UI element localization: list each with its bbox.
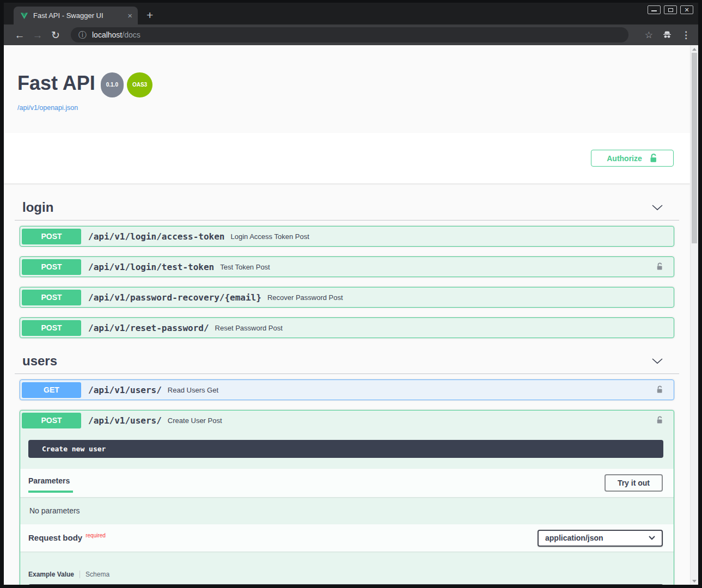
scrollbar-thumb[interactable] [692, 53, 697, 243]
address-bar[interactable]: ⓘ localhost/docs [71, 27, 628, 42]
op-summary-row[interactable]: POST /api/v1/password-recovery/{email} R… [20, 287, 674, 307]
op-summary-text: Reset Password Post [215, 324, 283, 332]
example-tabs: Example Value Schema [28, 571, 663, 578]
opblock-reset-password: POST /api/v1/reset-password/ Reset Passw… [20, 317, 674, 338]
op-path: /api/v1/users/ [88, 415, 162, 426]
authorize-button[interactable]: Authorize [591, 150, 674, 167]
opblock-password-recovery: POST /api/v1/password-recovery/{email} R… [20, 287, 674, 308]
parameters-tab: Parameters [28, 473, 73, 493]
op-description-wrapper: Create new user [20, 430, 674, 469]
swagger-ui: Fast API0.1.0OAS3 /api/v1/openapi.json A… [4, 45, 690, 585]
incognito-icon [662, 29, 673, 41]
unlock-icon [649, 153, 658, 164]
site-info-icon[interactable]: ⓘ [78, 30, 87, 40]
op-path: /api/v1/login/test-token [88, 262, 214, 272]
page-viewport: Fast API0.1.0OAS3 /api/v1/openapi.json A… [4, 45, 698, 585]
chevron-down-icon [652, 358, 663, 364]
tab-bar: Fast API - Swagger UI × + ✕ [4, 3, 698, 24]
scrollbar-up-arrow[interactable] [691, 45, 698, 53]
content-type-select[interactable]: application/json [538, 530, 663, 547]
auth-lock-button[interactable] [656, 415, 663, 425]
section-login: login POST /api/v1/login/access-token Lo… [15, 200, 679, 338]
op-body: Create new user Parameters Try it out No… [20, 430, 674, 585]
op-path: /api/v1/login/access-token [88, 231, 224, 242]
menu-icon[interactable]: ⋮ [681, 30, 691, 40]
close-icon: ✕ [684, 7, 689, 13]
method-badge: POST [22, 413, 81, 428]
browser-window: Fast API - Swagger UI × + ✕ ← → ↻ ⓘ loca… [0, 0, 702, 588]
maximize-icon [668, 8, 673, 12]
api-info: Fast API0.1.0OAS3 /api/v1/openapi.json [17, 72, 679, 112]
op-summary-row[interactable]: POST /api/v1/login/test-token Test Token… [20, 257, 674, 277]
section-title: users [22, 353, 57, 369]
model-example: Example Value Schema { [20, 552, 674, 585]
method-badge: POST [22, 290, 81, 305]
authorize-label: Authorize [607, 154, 642, 163]
scrollbar-down-arrow[interactable] [691, 577, 698, 585]
bookmark-star-icon[interactable]: ☆ [645, 30, 653, 40]
page-title: Fast API0.1.0OAS3 [17, 72, 679, 99]
content-type-value: application/json [545, 534, 603, 542]
page-scrollbar[interactable] [690, 45, 698, 585]
op-summary-row[interactable]: GET /api/v1/users/ Read Users Get [20, 380, 674, 400]
favicon-icon [20, 12, 28, 20]
browser-tab[interactable]: Fast API - Swagger UI × [14, 7, 138, 24]
op-summary-text: Create User Post [168, 416, 222, 425]
no-parameters-text: No parameters [20, 497, 674, 524]
method-badge: GET [22, 382, 81, 398]
browser-toolbar: ← → ↻ ⓘ localhost/docs ☆ ⋮ [4, 24, 698, 45]
op-path: /api/v1/reset-password/ [88, 323, 209, 333]
back-button[interactable]: ← [14, 30, 26, 40]
request-body-label: Request body [28, 533, 82, 542]
new-tab-button[interactable]: + [146, 10, 153, 21]
reload-button[interactable]: ↻ [50, 30, 62, 40]
op-list-users: GET /api/v1/users/ Read Users Get [15, 379, 679, 585]
section-login-header[interactable]: login [15, 200, 679, 220]
auth-lock-button[interactable] [656, 385, 663, 395]
open-padlock-icon [656, 415, 663, 425]
chevron-down-icon [652, 205, 663, 211]
close-button[interactable]: ✕ [680, 5, 693, 14]
url-host: localhost [92, 30, 122, 39]
chevron-down-icon [649, 536, 655, 540]
tab-title: Fast API - Swagger UI [33, 11, 123, 20]
op-summary-row[interactable]: POST /api/v1/login/access-token Login Ac… [20, 226, 674, 246]
scheme-container: Authorize [4, 133, 690, 183]
op-summary-row[interactable]: POST /api/v1/users/ Create User Post [20, 411, 674, 430]
maximize-button[interactable] [664, 5, 677, 14]
auth-lock-button[interactable] [656, 262, 663, 272]
section-users-header[interactable]: users [15, 353, 679, 374]
request-body-title: Request bodyrequired [28, 533, 106, 543]
open-padlock-icon [656, 262, 663, 272]
openapi-spec-link[interactable]: /api/v1/openapi.json [17, 104, 78, 112]
opblock-login-access-token: POST /api/v1/login/access-token Login Ac… [20, 226, 674, 247]
op-summary-text: Read Users Get [168, 386, 218, 394]
tab-close-icon[interactable]: × [127, 11, 132, 20]
open-padlock-icon [656, 385, 663, 395]
op-description: Create new user [28, 440, 663, 458]
opblock-create-user-expanded: POST /api/v1/users/ Create User Post [20, 410, 674, 585]
tab-divider [80, 571, 80, 578]
required-badge: required [86, 532, 106, 538]
api-title-text: Fast API [17, 72, 95, 94]
method-badge: POST [22, 259, 81, 275]
op-summary-text: Recover Password Post [267, 293, 343, 302]
version-badge: 0.1.0 [101, 72, 124, 97]
forward-button[interactable]: → [32, 30, 44, 40]
op-summary-row[interactable]: POST /api/v1/reset-password/ Reset Passw… [20, 318, 674, 338]
try-it-out-button[interactable]: Try it out [605, 474, 663, 492]
window-controls: ✕ [648, 5, 693, 14]
parameters-header: Parameters Try it out [20, 469, 674, 497]
op-path: /api/v1/password-recovery/{email} [88, 292, 261, 303]
op-summary-text: Login Access Token Post [230, 232, 309, 241]
minimize-button[interactable] [648, 5, 661, 14]
opblock-login-test-token: POST /api/v1/login/test-token Test Token… [20, 256, 674, 277]
triangle-down-icon [692, 580, 697, 583]
tab-example-value[interactable]: Example Value [28, 571, 74, 578]
minimize-icon [651, 10, 657, 11]
opblock-read-users: GET /api/v1/users/ Read Users Get [20, 379, 674, 400]
example-code-block: { [28, 584, 663, 585]
section-title: login [22, 200, 53, 215]
tab-schema[interactable]: Schema [86, 571, 109, 578]
operations-wrapper: login POST /api/v1/login/access-token Lo… [4, 200, 690, 585]
